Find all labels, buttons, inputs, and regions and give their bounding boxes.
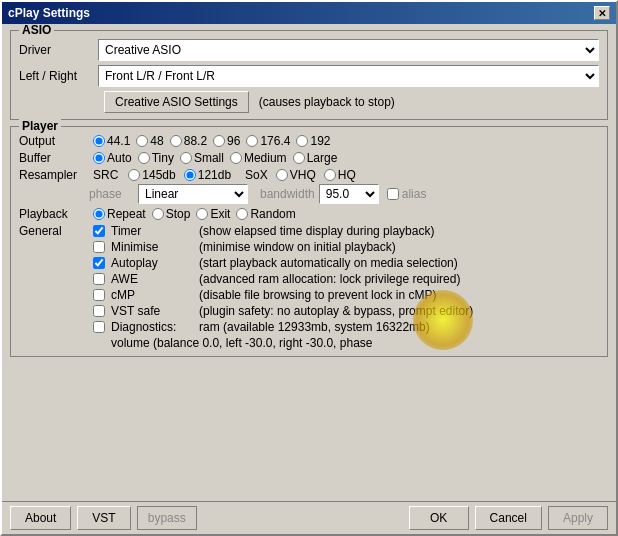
playback-label: Playback	[19, 207, 89, 221]
playback-repeat-radio[interactable]	[93, 208, 105, 220]
buffer-auto-radio[interactable]	[93, 152, 105, 164]
driver-row: Driver Creative ASIO	[19, 39, 599, 61]
resampler-145db-label: 145db	[142, 168, 175, 182]
bypass-button[interactable]: bypass	[137, 506, 197, 530]
close-button[interactable]: ✕	[594, 6, 610, 20]
player-group: Player Output 44.1 48 88.2 96 176.4 192 …	[10, 126, 608, 357]
output-192[interactable]: 192	[296, 134, 330, 148]
autoplay-desc: (start playback automatically on media s…	[199, 256, 458, 270]
buffer-medium-radio[interactable]	[230, 152, 242, 164]
playback-random-label: Random	[250, 207, 295, 221]
output-192-label: 192	[310, 134, 330, 148]
playback-stop-radio[interactable]	[152, 208, 164, 220]
resampler-vhq[interactable]: VHQ	[276, 168, 316, 182]
phase-select[interactable]: Linear Minimum Steep	[138, 184, 248, 204]
resampler-121db[interactable]: 121db	[184, 168, 231, 182]
general-autoplay: Autoplay (start playback automatically o…	[93, 256, 473, 270]
timer-checkbox[interactable]	[93, 225, 105, 237]
ok-button[interactable]: OK	[409, 506, 469, 530]
buffer-tiny-radio[interactable]	[138, 152, 150, 164]
general-cmp: cMP (disable file browsing to prevent lo…	[93, 288, 473, 302]
playback-random-radio[interactable]	[236, 208, 248, 220]
general-timer: Timer (show elapsed time display during …	[93, 224, 473, 238]
buffer-row: Buffer Auto Tiny Small Medium Large	[19, 151, 599, 165]
buffer-label: Buffer	[19, 151, 89, 165]
buffer-small[interactable]: Small	[180, 151, 224, 165]
output-192-radio[interactable]	[296, 135, 308, 147]
output-96-label: 96	[227, 134, 240, 148]
diagnostics-desc: ram (available 12933mb, system 16322mb)	[199, 320, 430, 334]
output-441[interactable]: 44.1	[93, 134, 130, 148]
output-1764-radio[interactable]	[246, 135, 258, 147]
general-diagnostics: Diagnostics: ram (available 12933mb, sys…	[93, 320, 473, 334]
title-bar: cPlay Settings ✕	[2, 2, 616, 24]
output-radio-group: 44.1 48 88.2 96 176.4 192	[93, 134, 331, 148]
resampler-hq-radio[interactable]	[324, 169, 336, 181]
output-1764[interactable]: 176.4	[246, 134, 290, 148]
awe-checkbox[interactable]	[93, 273, 105, 285]
autoplay-checkbox[interactable]	[93, 257, 105, 269]
autoplay-label: Autoplay	[111, 256, 193, 270]
general-vstsafe: VST safe (plugin safety: no autoplay & b…	[93, 304, 473, 318]
cmp-checkbox[interactable]	[93, 289, 105, 301]
resampler-vhq-radio[interactable]	[276, 169, 288, 181]
buffer-large-radio[interactable]	[293, 152, 305, 164]
playback-exit[interactable]: Exit	[196, 207, 230, 221]
cmp-desc: (disable file browsing to prevent lock i…	[199, 288, 436, 302]
buffer-small-label: Small	[194, 151, 224, 165]
resampler-row: Resampler SRC 145db 121db SoX VHQ HQ	[19, 168, 599, 182]
output-96[interactable]: 96	[213, 134, 240, 148]
buffer-auto[interactable]: Auto	[93, 151, 132, 165]
bandwidth-select[interactable]: 95.0 85.0 75.0	[319, 184, 379, 204]
playback-stop[interactable]: Stop	[152, 207, 191, 221]
output-882-radio[interactable]	[170, 135, 182, 147]
output-96-radio[interactable]	[213, 135, 225, 147]
general-items: Timer (show elapsed time display during …	[93, 224, 473, 350]
asio-group: ASIO Driver Creative ASIO Left / Right F…	[10, 30, 608, 120]
output-48-label: 48	[150, 134, 163, 148]
playback-stop-label: Stop	[166, 207, 191, 221]
playback-row: Playback Repeat Stop Exit Random	[19, 207, 599, 221]
output-441-radio[interactable]	[93, 135, 105, 147]
resampler-145db-radio[interactable]	[128, 169, 140, 181]
about-button[interactable]: About	[10, 506, 71, 530]
resampler-121db-label: 121db	[198, 168, 231, 182]
vstsafe-checkbox[interactable]	[93, 305, 105, 317]
lr-row: Left / Right Front L/R / Front L/R	[19, 65, 599, 87]
vst-button[interactable]: VST	[77, 506, 130, 530]
volume-text: volume (balance 0.0, left -30.0, right -…	[111, 336, 373, 350]
output-882-label: 88.2	[184, 134, 207, 148]
buffer-tiny[interactable]: Tiny	[138, 151, 174, 165]
output-row: Output 44.1 48 88.2 96 176.4 192	[19, 134, 599, 148]
output-882[interactable]: 88.2	[170, 134, 207, 148]
playback-exit-radio[interactable]	[196, 208, 208, 220]
asio-settings-button[interactable]: Creative ASIO Settings	[104, 91, 249, 113]
buffer-large[interactable]: Large	[293, 151, 338, 165]
buffer-radio-group: Auto Tiny Small Medium Large	[93, 151, 337, 165]
vstsafe-desc: (plugin safety: no autoplay & bypass, pr…	[199, 304, 473, 318]
vstsafe-label: VST safe	[111, 304, 193, 318]
minimise-checkbox[interactable]	[93, 241, 105, 253]
lr-select[interactable]: Front L/R / Front L/R	[98, 65, 599, 87]
output-48[interactable]: 48	[136, 134, 163, 148]
general-label: General	[19, 224, 89, 238]
playback-repeat[interactable]: Repeat	[93, 207, 146, 221]
general-row-header: General Timer (show elapsed time display…	[19, 224, 599, 350]
asio-settings-note: (causes playback to stop)	[259, 95, 395, 109]
resampler-hq[interactable]: HQ	[324, 168, 356, 182]
output-48-radio[interactable]	[136, 135, 148, 147]
driver-select[interactable]: Creative ASIO	[98, 39, 599, 61]
cancel-button[interactable]: Cancel	[475, 506, 542, 530]
alias-checkbox[interactable]	[387, 188, 399, 200]
apply-button[interactable]: Apply	[548, 506, 608, 530]
alias-label: alias	[387, 187, 427, 201]
buffer-small-radio[interactable]	[180, 152, 192, 164]
main-window: cPlay Settings ✕ ASIO Driver Creative AS…	[0, 0, 618, 536]
playback-random[interactable]: Random	[236, 207, 295, 221]
resampler-145db[interactable]: 145db	[128, 168, 175, 182]
resampler-121db-radio[interactable]	[184, 169, 196, 181]
buffer-medium[interactable]: Medium	[230, 151, 287, 165]
diagnostics-checkbox[interactable]	[93, 321, 105, 333]
lr-label: Left / Right	[19, 69, 94, 83]
phase-section: phase Linear Minimum Steep bandwidth 95.…	[19, 184, 599, 204]
